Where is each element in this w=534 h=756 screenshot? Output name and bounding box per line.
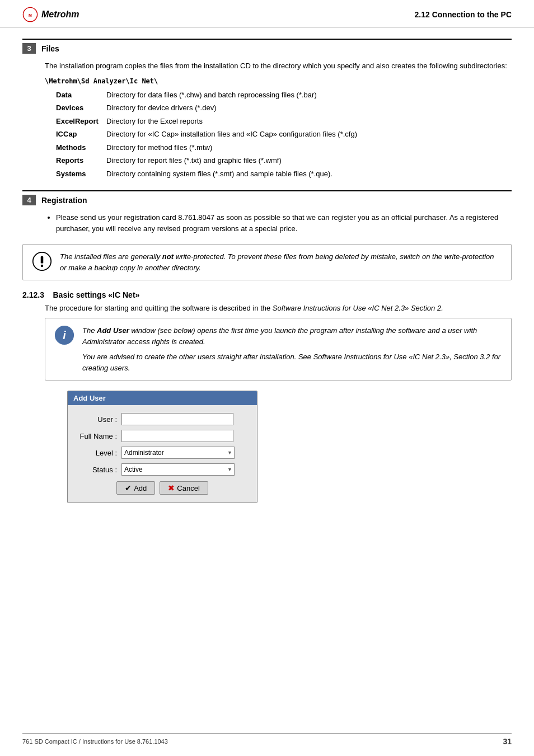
file-desc-cell: Directory for the Excel reports bbox=[106, 115, 512, 128]
files-table-row: ReportsDirectory for report files (*.txt… bbox=[45, 154, 512, 167]
info-para-1: The Add User window (see below) opens th… bbox=[82, 325, 502, 347]
warning-notice: The installed files are generally not wr… bbox=[22, 244, 512, 280]
svg-point-4 bbox=[41, 265, 44, 267]
dialog-body: User : Full Name : Level : Administrator bbox=[68, 405, 257, 503]
file-name-cell: ICCap bbox=[45, 128, 106, 141]
input-user[interactable] bbox=[121, 413, 233, 425]
label-user: User : bbox=[77, 415, 121, 424]
section-title-files: Files bbox=[41, 44, 59, 53]
add-button-label: Add bbox=[134, 484, 147, 492]
registration-item: Please send us your registration card 8.… bbox=[56, 212, 512, 234]
sub-section-number: 2.12.3 bbox=[22, 290, 44, 299]
file-name-cell: Systems bbox=[45, 167, 106, 181]
section-files-body: The installation program copies the file… bbox=[45, 60, 512, 180]
checkmark-icon: ✔ bbox=[125, 483, 132, 492]
footer-page: 31 bbox=[503, 737, 512, 746]
files-table-row: SystemsDirectory containing system files… bbox=[45, 167, 512, 181]
file-name-cell: Devices bbox=[45, 101, 106, 115]
warning-text-bold: not bbox=[162, 252, 174, 261]
logo: M Metrohm bbox=[22, 7, 79, 22]
dialog-row-status: Status : Active Inactive bbox=[77, 463, 248, 476]
section-registration-body: Please send us your registration card 8.… bbox=[45, 212, 512, 234]
info-icon: i bbox=[54, 325, 74, 345]
registration-list: Please send us your registration card 8.… bbox=[56, 212, 512, 234]
header: M Metrohm 2.12 Connection to the PC bbox=[0, 0, 534, 27]
section-registration-header: 4 Registration bbox=[22, 190, 512, 208]
sub-section-header: 2.12.3 Basic settings «IC Net» bbox=[22, 290, 512, 299]
dialog-title-bar: Add User bbox=[68, 391, 257, 405]
warning-icon bbox=[32, 251, 52, 271]
section-registration: 4 Registration Please send us your regis… bbox=[22, 190, 512, 234]
svg-text:M: M bbox=[29, 13, 32, 17]
x-icon: ✖ bbox=[168, 483, 175, 492]
warning-text-1: The installed files are generally bbox=[60, 252, 162, 261]
footer-left: 761 SD Compact IC / Instructions for Use… bbox=[22, 738, 168, 745]
header-title: 2.12 Connection to the PC bbox=[415, 10, 512, 19]
section-title-registration: Registration bbox=[41, 196, 87, 205]
info-para-2-em: Software Instructions for Use «IC Net 2.… bbox=[82, 353, 500, 372]
info-para-2: You are advised to create the other user… bbox=[82, 351, 502, 373]
section-files: 3 Files The installation program copies … bbox=[22, 39, 512, 180]
dialog-row-user: User : bbox=[77, 413, 248, 425]
logo-text: Metrohm bbox=[41, 10, 79, 20]
select-status-wrapper: Active Inactive bbox=[121, 463, 235, 476]
dialog-row-fullname: Full Name : bbox=[77, 430, 248, 442]
files-intro: The installation program copies the file… bbox=[45, 60, 512, 72]
input-fullname[interactable] bbox=[121, 430, 233, 442]
file-desc-cell: Directory for method files (*.mtw) bbox=[106, 141, 512, 154]
file-desc-cell: Directory for «IC Cap» installation file… bbox=[106, 128, 512, 141]
main-content: 3 Files The installation program copies … bbox=[0, 27, 534, 531]
dialog-buttons: ✔ Add ✖ Cancel bbox=[77, 481, 248, 495]
files-table-row: DataDirectory for data files (*.chw) and… bbox=[45, 88, 512, 102]
file-name-cell: Reports bbox=[45, 154, 106, 167]
select-level[interactable]: Administrator Operator Guest bbox=[121, 447, 235, 459]
select-status[interactable]: Active Inactive bbox=[121, 463, 235, 476]
files-table: DataDirectory for data files (*.chw) and… bbox=[45, 88, 512, 181]
page: M Metrohm 2.12 Connection to the PC 3 Fi… bbox=[0, 0, 534, 756]
label-fullname: Full Name : bbox=[77, 432, 121, 440]
file-name-cell: ExcelReport bbox=[45, 115, 106, 128]
footer: 761 SD Compact IC / Instructions for Use… bbox=[22, 733, 512, 746]
metrohm-logo-icon: M bbox=[22, 7, 38, 22]
add-button[interactable]: ✔ Add bbox=[116, 481, 155, 495]
sub-section-intro: The procedure for starting and quitting … bbox=[45, 304, 512, 312]
files-table-row: ICCapDirectory for «IC Cap» installation… bbox=[45, 128, 512, 141]
add-user-dialog: Add User User : Full Name : Leve bbox=[67, 391, 257, 503]
warning-text: The installed files are generally not wr… bbox=[60, 251, 502, 273]
svg-text:i: i bbox=[63, 329, 66, 341]
file-name-cell: Methods bbox=[45, 141, 106, 154]
files-table-row: ExcelReportDirectory for the Excel repor… bbox=[45, 115, 512, 128]
file-desc-cell: Directory for data files (*.chw) and bat… bbox=[106, 88, 512, 102]
cancel-button-label: Cancel bbox=[177, 484, 199, 492]
files-table-row: MethodsDirectory for method files (*.mtw… bbox=[45, 141, 512, 154]
sub-section-intro-em: Software Instructions for Use «IC Net 2.… bbox=[273, 304, 443, 312]
exclamation-icon bbox=[32, 251, 52, 271]
sub-section-title: Basic settings «IC Net» bbox=[53, 290, 140, 299]
info-text: The Add User window (see below) opens th… bbox=[82, 325, 502, 373]
select-level-wrapper: Administrator Operator Guest bbox=[121, 447, 235, 459]
info-box: i The Add User window (see below) opens … bbox=[45, 318, 512, 381]
label-level: Level : bbox=[77, 449, 121, 457]
file-desc-cell: Directory containing system files (*.smt… bbox=[106, 167, 512, 181]
section-number-3: 3 bbox=[22, 43, 36, 54]
file-name-cell: Data bbox=[45, 88, 106, 102]
svg-rect-3 bbox=[41, 256, 44, 264]
add-user-bold: Add User bbox=[97, 326, 129, 335]
info-circle-icon: i bbox=[54, 325, 74, 345]
dialog-title: Add User bbox=[73, 394, 106, 402]
sub-section-body: The procedure for starting and quitting … bbox=[45, 304, 512, 503]
section-number-4: 4 bbox=[22, 195, 36, 205]
subdirectory-label: \Metrohm\Sd Analyzer\Ic Net\ bbox=[45, 76, 512, 86]
file-desc-cell: Directory for report files (*.txt) and g… bbox=[106, 154, 512, 167]
files-table-row: DevicesDirectory for device drivers (*.d… bbox=[45, 101, 512, 115]
label-status: Status : bbox=[77, 466, 121, 474]
section-files-header: 3 Files bbox=[22, 39, 512, 56]
cancel-button[interactable]: ✖ Cancel bbox=[160, 481, 208, 495]
dialog-row-level: Level : Administrator Operator Guest bbox=[77, 447, 248, 459]
file-desc-cell: Directory for device drivers (*.dev) bbox=[106, 101, 512, 115]
